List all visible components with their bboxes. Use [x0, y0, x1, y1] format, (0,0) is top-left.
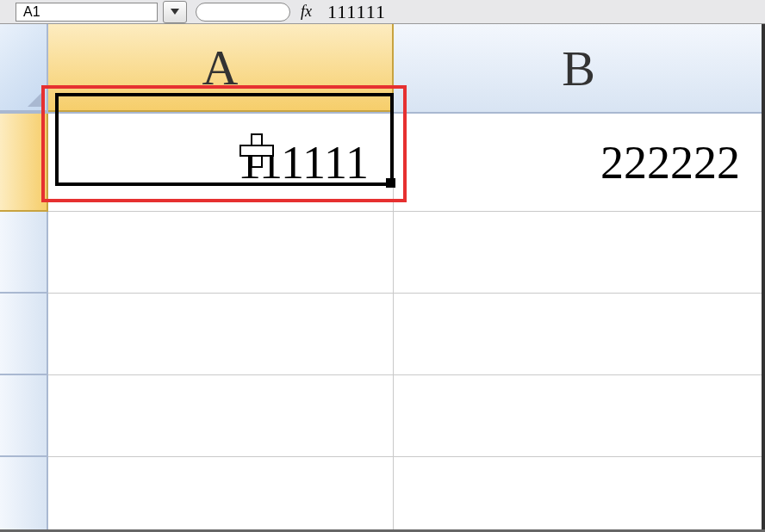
cell-a3[interactable]	[48, 294, 394, 374]
row-headers	[0, 114, 48, 531]
cell-a4[interactable]	[48, 375, 394, 456]
row-2	[48, 212, 765, 294]
formula-input[interactable]: 111111	[327, 1, 386, 23]
cell-b2[interactable]	[394, 212, 765, 293]
spreadsheet-grid: A B 111111 222222	[0, 24, 765, 531]
name-box-dropdown[interactable]	[163, 1, 187, 23]
column-label: A	[202, 39, 239, 96]
cells-area: 111111 222222	[48, 114, 765, 531]
cell-value: 222222	[600, 136, 740, 189]
row-header-4[interactable]	[0, 375, 48, 457]
cell-b3[interactable]	[394, 294, 765, 374]
cell-a1[interactable]: 111111	[48, 114, 394, 211]
row-5	[48, 457, 765, 532]
right-edge	[762, 24, 765, 532]
cell-b4[interactable]	[394, 375, 765, 456]
column-header-b[interactable]: B	[394, 24, 765, 112]
select-all-corner[interactable]	[0, 24, 48, 112]
row-header-3[interactable]	[0, 294, 48, 375]
cell-a5[interactable]	[48, 457, 394, 532]
column-headers: A B	[0, 24, 765, 114]
row-3	[48, 294, 765, 375]
fx-icon[interactable]: fx	[301, 3, 312, 21]
column-header-a[interactable]: A	[48, 24, 394, 112]
row-1: 111111 222222	[48, 114, 765, 212]
formula-bar: A1 fx 111111	[0, 0, 765, 24]
row-header-2[interactable]	[0, 212, 48, 294]
cell-b1[interactable]: 222222	[394, 114, 765, 211]
row-header-1[interactable]	[0, 114, 48, 212]
column-label: B	[562, 40, 595, 97]
cell-value: 111111	[238, 136, 369, 189]
row-4	[48, 375, 765, 457]
row-header-5[interactable]	[0, 457, 48, 532]
name-box[interactable]: A1	[16, 3, 158, 22]
cell-a2[interactable]	[48, 212, 394, 293]
cell-reference: A1	[23, 4, 40, 20]
formula-toolbar	[196, 3, 290, 22]
cell-b5[interactable]	[394, 457, 765, 532]
